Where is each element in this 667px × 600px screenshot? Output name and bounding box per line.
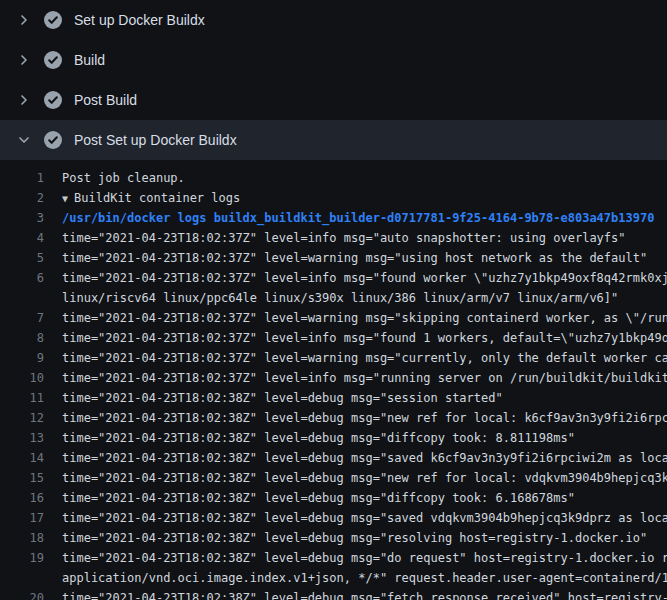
log-line: 12time="2021-04-23T18:02:38Z" level=debu…: [0, 408, 667, 428]
check-circle-icon: [44, 91, 62, 109]
step-title: Post Set up Docker Buildx: [74, 132, 237, 148]
log-text: time="2021-04-23T18:02:37Z" level=info m…: [62, 268, 667, 288]
log-text: application/vnd.oci.image.index.v1+json,…: [62, 568, 667, 588]
log-line: 3/usr/bin/docker logs buildx_buildkit_bu…: [0, 208, 667, 228]
log-line: 20time="2021-04-23T18:02:38Z" level=debu…: [0, 588, 667, 600]
line-number[interactable]: 5: [0, 248, 44, 268]
check-circle-icon: [44, 11, 62, 29]
log-line: 5time="2021-04-23T18:02:37Z" level=warni…: [0, 248, 667, 268]
line-number[interactable]: 13: [0, 428, 44, 448]
log-text: time="2021-04-23T18:02:38Z" level=debug …: [62, 548, 667, 568]
steps-list: Set up Docker BuildxBuildPost BuildPost …: [0, 0, 667, 160]
log-line: 13time="2021-04-23T18:02:38Z" level=debu…: [0, 428, 667, 448]
line-number[interactable]: 14: [0, 448, 44, 468]
line-number[interactable]: 4: [0, 228, 44, 248]
log-text: time="2021-04-23T18:02:37Z" level=info m…: [62, 368, 667, 388]
step-row-set-up-docker-buildx[interactable]: Set up Docker Buildx: [0, 0, 667, 40]
log-text: time="2021-04-23T18:02:38Z" level=debug …: [62, 388, 503, 408]
line-number[interactable]: 16: [0, 488, 44, 508]
log-line: 19time="2021-04-23T18:02:38Z" level=debu…: [0, 548, 667, 568]
actions-log-viewer: Set up Docker BuildxBuildPost BuildPost …: [0, 0, 667, 600]
line-number[interactable]: 9: [0, 348, 44, 368]
log-text: time="2021-04-23T18:02:38Z" level=debug …: [62, 448, 667, 468]
step-title: Set up Docker Buildx: [74, 12, 205, 28]
log-line: 4time="2021-04-23T18:02:37Z" level=info …: [0, 228, 667, 248]
log-line: 16time="2021-04-23T18:02:38Z" level=debu…: [0, 488, 667, 508]
line-number[interactable]: 11: [0, 388, 44, 408]
line-number[interactable]: 2: [0, 188, 44, 208]
log-line: 6time="2021-04-23T18:02:37Z" level=info …: [0, 268, 667, 288]
log-line: 9time="2021-04-23T18:02:37Z" level=warni…: [0, 348, 667, 368]
log-line: 15time="2021-04-23T18:02:38Z" level=debu…: [0, 468, 667, 488]
log-line: 8time="2021-04-23T18:02:37Z" level=info …: [0, 328, 667, 348]
log-command-text: /usr/bin/docker logs buildx_buildkit_bui…: [62, 208, 654, 228]
log-line: 2▼ BuildKit container logs: [0, 188, 667, 208]
log-line: linux/riscv64 linux/ppc64le linux/s390x …: [0, 288, 667, 308]
log-line: 14time="2021-04-23T18:02:38Z" level=debu…: [0, 448, 667, 468]
triangle-down-icon: ▼: [62, 193, 74, 204]
chevron-right-icon: [16, 92, 32, 108]
chevron-right-icon: [16, 52, 32, 68]
line-number[interactable]: 18: [0, 528, 44, 548]
log-line: application/vnd.oci.image.index.v1+json,…: [0, 568, 667, 588]
log-text: time="2021-04-23T18:02:37Z" level=info m…: [62, 228, 626, 248]
line-number: [0, 568, 44, 588]
line-number[interactable]: 7: [0, 308, 44, 328]
line-number: [0, 288, 44, 308]
line-number[interactable]: 1: [0, 168, 44, 188]
line-number[interactable]: 12: [0, 408, 44, 428]
log-text: time="2021-04-23T18:02:38Z" level=debug …: [62, 508, 667, 528]
log-text: time="2021-04-23T18:02:38Z" level=debug …: [62, 408, 667, 428]
log-text: time="2021-04-23T18:02:38Z" level=debug …: [62, 588, 667, 600]
step-title: Post Build: [74, 92, 137, 108]
step-row-post-set-up-docker-buildx[interactable]: Post Set up Docker Buildx: [0, 120, 667, 160]
log-text: time="2021-04-23T18:02:38Z" level=debug …: [62, 428, 575, 448]
line-number[interactable]: 10: [0, 368, 44, 388]
line-number[interactable]: 15: [0, 468, 44, 488]
log-line: 18time="2021-04-23T18:02:38Z" level=debu…: [0, 528, 667, 548]
log-text: time="2021-04-23T18:02:38Z" level=debug …: [62, 468, 667, 488]
log-line: 10time="2021-04-23T18:02:37Z" level=info…: [0, 368, 667, 388]
check-circle-icon: [44, 51, 62, 69]
chevron-down-icon: [16, 132, 32, 148]
log-text: time="2021-04-23T18:02:37Z" level=info m…: [62, 328, 667, 348]
line-number[interactable]: 17: [0, 508, 44, 528]
log-text: time="2021-04-23T18:02:38Z" level=debug …: [62, 488, 575, 508]
log-line: 11time="2021-04-23T18:02:38Z" level=debu…: [0, 388, 667, 408]
log-text: time="2021-04-23T18:02:37Z" level=warnin…: [62, 248, 647, 268]
log-text: linux/riscv64 linux/ppc64le linux/s390x …: [62, 288, 618, 308]
chevron-right-icon: [16, 12, 32, 28]
log-line: 7time="2021-04-23T18:02:37Z" level=warni…: [0, 308, 667, 328]
log-text: time="2021-04-23T18:02:37Z" level=warnin…: [62, 308, 667, 328]
line-number[interactable]: 6: [0, 268, 44, 288]
line-number[interactable]: 20: [0, 588, 44, 600]
check-circle-icon: [44, 131, 62, 149]
line-number[interactable]: 19: [0, 548, 44, 568]
log-text: time="2021-04-23T18:02:37Z" level=warnin…: [62, 348, 667, 368]
line-number[interactable]: 3: [0, 208, 44, 228]
log-text: time="2021-04-23T18:02:38Z" level=debug …: [62, 528, 647, 548]
log-area: 1Post job cleanup.2▼ BuildKit container …: [0, 160, 667, 600]
log-text: Post job cleanup.: [62, 168, 185, 188]
log-line: 1Post job cleanup.: [0, 168, 667, 188]
log-group-toggle[interactable]: ▼ BuildKit container logs: [62, 188, 240, 208]
line-number[interactable]: 8: [0, 328, 44, 348]
log-line: 17time="2021-04-23T18:02:38Z" level=debu…: [0, 508, 667, 528]
step-title: Build: [74, 52, 105, 68]
step-row-post-build[interactable]: Post Build: [0, 80, 667, 120]
step-row-build[interactable]: Build: [0, 40, 667, 80]
